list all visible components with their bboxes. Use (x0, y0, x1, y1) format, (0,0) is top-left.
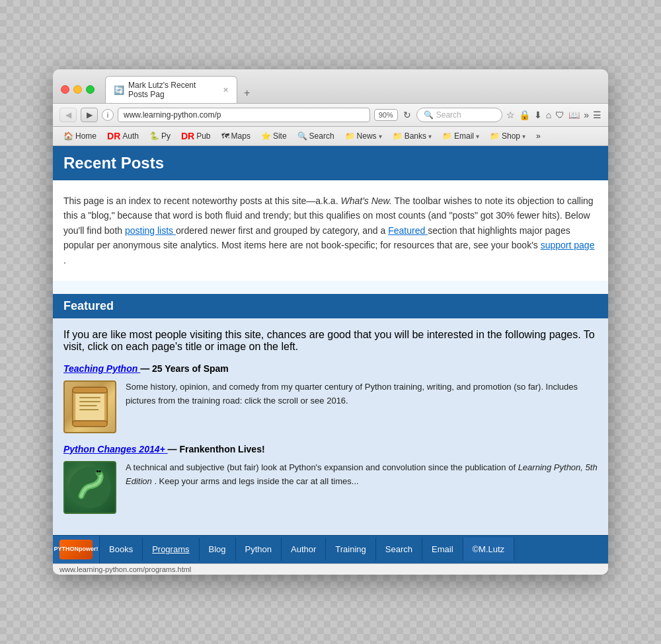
browser-search-bar[interactable]: 🔍 Search (416, 108, 502, 122)
svg-rect-7 (73, 421, 108, 427)
footer-nav-training[interactable]: Training (326, 538, 375, 561)
featured-link[interactable]: Featured (388, 225, 428, 236)
featured-section-body: If you are like most people visiting thi… (53, 318, 608, 535)
shield-icon[interactable]: 🛡 (555, 110, 564, 120)
svg-rect-6 (73, 387, 108, 393)
nav-icons: ☆ 🔒 ⬇ ⌂ 🛡 📖 » ☰ (506, 110, 602, 120)
bookmark-email[interactable]: 📁 Email ▾ (438, 130, 483, 142)
tab-bar: 🔄 Mark Lutz's Recent Posts Pag ✕ + (105, 76, 600, 103)
footer-logo[interactable]: PYTHON power! (53, 536, 100, 563)
reader-icon[interactable]: 📖 (568, 110, 580, 120)
new-tab-button[interactable]: + (239, 85, 255, 102)
featured-item-2-image-link[interactable] (63, 461, 116, 514)
pub-bookmark-icon: DR (181, 131, 194, 141)
search-bookmark-icon: 🔍 (297, 131, 307, 141)
bookmark-shop[interactable]: 📁 Shop ▾ (486, 130, 529, 142)
footer-logo-image: PYTHON power! (59, 540, 93, 559)
bookmark-home[interactable]: 🏠 Home (59, 130, 100, 142)
featured-item-2-desc: A technical and subjective (but fair) lo… (126, 461, 598, 489)
featured-item-1-title-row: Teaching Python — 25 Years of Spam (63, 363, 598, 374)
bookmark-site-label: Site (273, 131, 287, 141)
tab-close-button[interactable]: ✕ (223, 86, 229, 94)
bookmark-news[interactable]: 📁 News ▾ (341, 130, 386, 142)
featured-title: Featured (63, 299, 114, 312)
close-button[interactable] (61, 85, 69, 94)
status-bar: www.learning-python.com/programs.html (53, 563, 608, 575)
lock-icon[interactable]: 🔒 (519, 110, 530, 120)
shop-dropdown-icon: ▾ (522, 133, 525, 140)
email-bookmark-icon: 📁 (442, 131, 452, 141)
bookmark-more[interactable]: » (532, 130, 545, 142)
bookmark-star-icon[interactable]: ☆ (506, 110, 515, 120)
page-title: Recent Posts (63, 154, 164, 172)
bookmark-banks[interactable]: 📁 Banks ▾ (389, 130, 436, 142)
footer-nav: PYTHON power! Books Programs Blog Python… (53, 535, 608, 563)
featured-intro-text: If you are like most people visiting thi… (63, 329, 598, 353)
search-placeholder: Search (436, 110, 461, 120)
footer-nav-blog[interactable]: Blog (200, 538, 236, 561)
support-page-link[interactable]: support page (541, 240, 595, 250)
menu-icon[interactable]: ☰ (593, 110, 602, 120)
forward-button[interactable]: ▶ (81, 108, 98, 122)
tab-favicon: 🔄 (114, 85, 124, 95)
featured-item-2-title: Python Changes 2014+ (63, 444, 165, 454)
featured-item-1-title-sep: — 25 Years of Spam (140, 363, 229, 374)
bookmark-pub[interactable]: DR Pub (177, 129, 215, 143)
featured-item-1-title: Teaching Python (63, 363, 137, 374)
bookmark-auth[interactable]: DR Auth (103, 129, 143, 143)
featured-item-2-title-link[interactable]: Python Changes 2014+ (63, 444, 168, 454)
intro-italic: What's New. (340, 196, 391, 206)
featured-item-1-content: Some history, opinion, and comedy from m… (63, 380, 598, 433)
featured-item-1-image-link[interactable] (63, 380, 116, 433)
bookmark-pub-label: Pub (196, 131, 210, 141)
auth-bookmark-icon: DR (107, 131, 120, 141)
svg-point-9 (96, 470, 102, 476)
featured-item-1: Teaching Python — 25 Years of Spam (63, 363, 598, 433)
tab-title: Mark Lutz's Recent Posts Pag (128, 81, 216, 99)
download-icon[interactable]: ⬇ (534, 110, 542, 120)
footer-nav-python[interactable]: Python (236, 538, 282, 561)
bookmark-email-label: Email (454, 131, 474, 141)
posting-lists-link[interactable]: posting lists (125, 225, 176, 236)
banks-bookmark-icon: 📁 (393, 131, 403, 141)
intro-text-3: ordered newer first and grouped by categ… (176, 225, 385, 236)
maps-bookmark-icon: 🗺 (221, 131, 229, 141)
footer-nav-email[interactable]: Email (422, 538, 463, 561)
back-button[interactable]: ◀ (59, 108, 77, 122)
bookmark-maps[interactable]: 🗺 Maps (217, 130, 254, 142)
featured-item-2-desc-after: . Keep your arms and legs inside the car… (154, 476, 358, 486)
bookmark-home-label: Home (75, 131, 97, 141)
info-button[interactable]: i (102, 109, 114, 121)
shop-bookmark-icon: 📁 (490, 131, 500, 141)
site-bookmark-icon: ⭐ (261, 131, 271, 141)
bookmark-py[interactable]: 🐍 Py (145, 130, 175, 142)
more-icon[interactable]: » (584, 110, 589, 120)
bookmarks-bar: 🏠 Home DR Auth 🐍 Py DR Pub 🗺 Maps ⭐ Site… (53, 127, 608, 146)
minimize-button[interactable] (73, 85, 82, 94)
featured-item-2-thumbnail (63, 461, 116, 514)
zoom-indicator[interactable]: 90% (374, 109, 398, 121)
reload-button[interactable]: ↻ (402, 108, 412, 122)
featured-item-1-title-link[interactable]: Teaching Python (63, 363, 140, 374)
url-bar[interactable]: www.learning-python.com/p (118, 108, 370, 122)
nav-bar: ◀ ▶ i www.learning-python.com/p 90% ↻ 🔍 … (53, 104, 608, 127)
bookmark-site[interactable]: ⭐ Site (257, 130, 291, 142)
featured-item-2-title-sep: — Frankenthon Lives! (168, 444, 265, 454)
url-text: www.learning-python.com/p (124, 110, 221, 120)
footer-nav-author[interactable]: Author (282, 538, 326, 561)
footer-logo-line1: PYTHON (54, 546, 79, 553)
footer-nav-programs[interactable]: Programs (143, 538, 199, 561)
footer-nav-books[interactable]: Books (100, 538, 143, 561)
footer-nav-search[interactable]: Search (376, 538, 422, 561)
status-text: www.learning-python.com/programs.html (59, 565, 191, 573)
home-icon[interactable]: ⌂ (546, 110, 551, 120)
maximize-button[interactable] (86, 85, 95, 94)
svg-point-10 (97, 470, 99, 473)
active-tab[interactable]: 🔄 Mark Lutz's Recent Posts Pag ✕ (105, 76, 237, 103)
svg-rect-1 (75, 392, 104, 422)
svg-point-11 (98, 470, 101, 473)
bookmark-auth-label: Auth (122, 131, 139, 141)
bookmark-more-label: » (536, 131, 541, 141)
bookmark-search[interactable]: 🔍 Search (293, 130, 338, 142)
footer-nav-copyright: ©M.Lutz (463, 538, 515, 561)
